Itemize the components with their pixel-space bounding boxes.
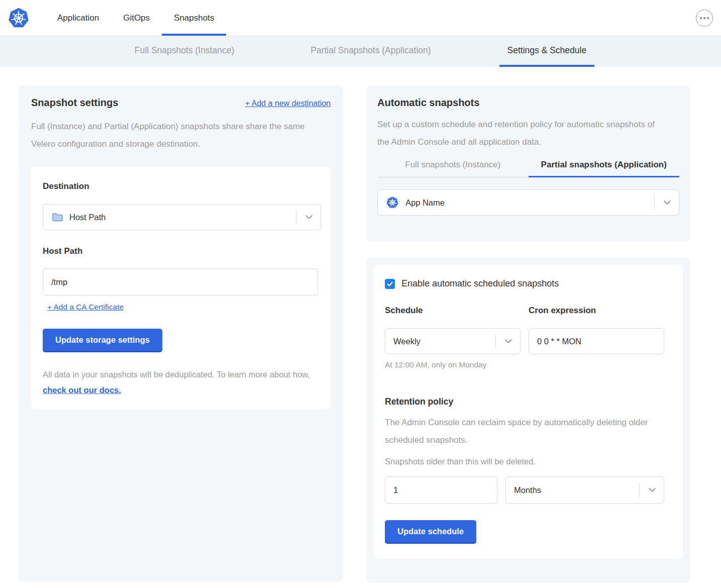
automatic-snapshots-description: Set up a custom schedule and retention p… [377,116,669,151]
kubernetes-logo [8,0,29,36]
host-path-field-wrap [43,268,318,296]
destination-value: Host Path [69,213,106,222]
app-select-value: App Name [405,198,445,208]
dot-icon [700,17,702,19]
retention-unit-select[interactable]: Months [505,476,664,504]
app-select[interactable]: App Name [377,189,679,216]
snapshot-settings-description: Full (Instance) and Partial (Application… [31,118,323,153]
automatic-snapshots-card: Automatic snapshots Set up a custom sche… [367,85,690,242]
schedule-panel: Enable automatic scheduled snapshots Sch… [374,265,683,559]
snapshot-type-tabs: Full snapshots (Instance) Partial snapsh… [377,160,679,177]
dedup-text: All data in your snapshots will be dedup… [43,370,310,379]
snapshots-tabbar: Full Snapshots (Instance) Partial Snapsh… [0,36,721,67]
chevron-down-icon [304,213,314,222]
select-divider [654,195,655,210]
retention-policy-description: The Admin Console can reclaim space by a… [385,414,656,449]
enable-snapshots-label: Enable automatic scheduled snapshots [401,278,559,289]
enable-snapshots-checkbox-row[interactable]: Enable automatic scheduled snapshots [385,278,672,289]
nav-item-snapshots[interactable]: Snapshots [162,0,226,36]
main-content: Snapshot settings + Add a new destinatio… [0,67,721,583]
cron-expression-input[interactable] [537,337,656,346]
cron-expression-field-wrap [529,328,664,354]
app-icon [386,196,399,209]
add-destination-link[interactable]: + Add a new destination [245,99,331,108]
destination-select[interactable]: Host Path [43,204,321,230]
host-path-input[interactable] [51,277,310,287]
tab-full-snapshots[interactable]: Full Snapshots (Instance) [127,36,242,67]
snapshot-settings-title: Snapshot settings [31,97,118,109]
older-than-text: Snapshots older than this will be delete… [385,457,672,466]
retention-policy-title: Retention policy [385,397,672,407]
chevron-down-icon [663,198,672,207]
schedule-label: Schedule [385,306,521,316]
update-storage-settings-button[interactable]: Update storage settings [43,329,162,351]
schedule-settings-card: Enable automatic scheduled snapshots Sch… [367,257,690,583]
nav-spacer [226,0,696,36]
update-schedule-button[interactable]: Update schedule [385,520,476,542]
cron-hint: At 12:00 AM, only on Monday [385,360,672,369]
select-divider [639,483,640,497]
right-column: Automatic snapshots Set up a custom sche… [367,85,690,583]
add-ca-certificate-link[interactable]: + Add a CA Certificate [47,303,124,312]
chevron-down-icon [504,337,513,346]
select-divider [296,210,296,224]
dot-icon [703,17,705,19]
select-divider [495,334,496,348]
retention-unit-value: Months [514,485,541,495]
nav-item-application[interactable]: Application [45,0,111,36]
automatic-snapshots-title: Automatic snapshots [377,97,679,109]
destination-label: Destination [43,181,319,191]
schedule-interval-value: Weekly [393,337,421,346]
chevron-down-icon [648,485,657,495]
folder-icon [51,211,63,223]
dot-icon [707,17,709,19]
nav-item-gitops[interactable]: GitOps [111,0,162,36]
retention-value-field-wrap [385,476,497,504]
top-navigation: Application GitOps Snapshots [0,0,721,36]
schedule-interval-select[interactable]: Weekly [385,328,521,354]
checkbox-checked-icon[interactable] [385,279,395,289]
tab-settings-schedule[interactable]: Settings & Schedule [499,36,595,67]
cron-expression-label: Cron expression [529,306,664,316]
tab-partial-snapshots-application[interactable]: Partial snapshots (Application) [529,160,680,177]
storage-settings-panel: Destination Host Path Host Path + Add a … [31,167,331,409]
retention-value-input[interactable] [393,485,489,495]
more-menu-button[interactable] [696,10,713,27]
tab-partial-snapshots[interactable]: Partial Snapshots (Application) [302,36,439,67]
tab-full-snapshots-instance[interactable]: Full snapshots (Instance) [377,160,529,177]
host-path-label: Host Path [43,246,319,256]
kubernetes-logo-icon [8,8,29,29]
docs-link[interactable]: check out our docs. [43,385,121,395]
dedup-note: All data in your snapshots will be dedup… [43,367,324,398]
snapshot-settings-card: Snapshot settings + Add a new destinatio… [19,85,343,581]
